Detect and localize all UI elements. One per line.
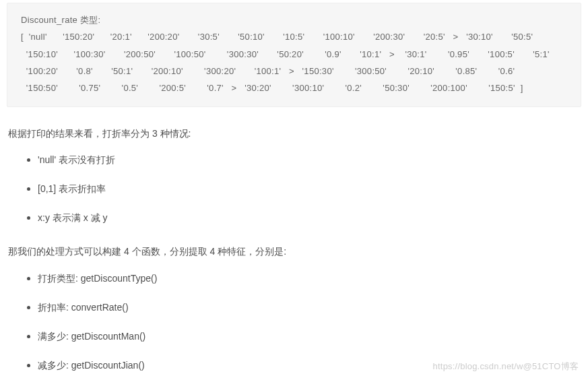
list-item: [0,1] 表示折扣率	[27, 182, 580, 196]
paragraph-1: 根据打印的结果来看，打折率分为 3 种情况:	[8, 126, 580, 141]
list-item: 'null' 表示没有打折	[27, 153, 580, 167]
code-line: '100:20' '0.8' '50:1' '200:10' '300:20' …	[21, 66, 515, 76]
code-line: '150:50' '0.75' '0.5' '200:5' '0.7' > '3…	[21, 83, 523, 93]
list-item: 折扣率: convertRate()	[27, 301, 580, 315]
code-line: [ 'null' '150:20' '20:1' '200:20' '30:5'…	[21, 32, 533, 42]
list-item: 打折类型: getDiscountType()	[27, 272, 580, 286]
code-header: Discount_rate 类型:	[21, 15, 101, 25]
code-block: Discount_rate 类型: [ 'null' '150:20' '20:…	[7, 3, 581, 107]
list-item: 减多少: getDiscountJian()	[27, 358, 580, 373]
situation-list: 'null' 表示没有打折 [0,1] 表示折扣率 x:y 表示满 x 减 y	[8, 153, 580, 225]
content-region: 根据打印的结果来看，打折率分为 3 种情况: 'null' 表示没有打折 [0,…	[0, 126, 588, 373]
list-item: 满多少: getDiscountMan()	[27, 329, 580, 344]
list-item: x:y 表示满 x 减 y	[27, 211, 580, 225]
function-list: 打折类型: getDiscountType() 折扣率: convertRate…	[8, 272, 580, 373]
code-line: '150:10' '100:30' '200:50' '100:50' '300…	[21, 49, 550, 59]
paragraph-2: 那我们的处理方式可以构建 4 个函数，分别提取 4 种特征，分别是:	[8, 244, 580, 259]
